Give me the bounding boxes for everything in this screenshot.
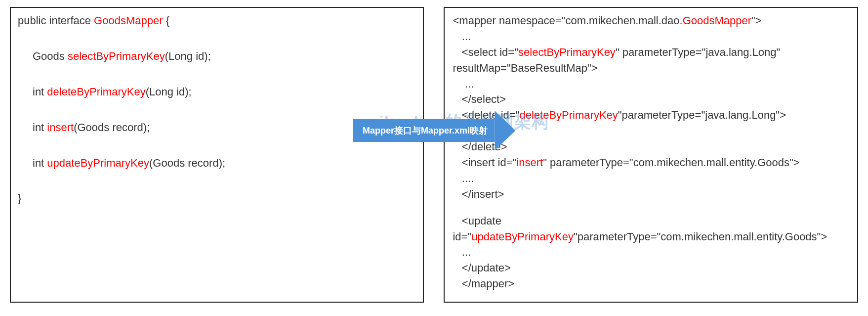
code-line: int deleteByPrimaryKey(Long id); — [18, 84, 415, 100]
code-line: <update — [453, 213, 849, 229]
xml-mapper-box: <mapper namespace="com.mikechen.mall.dao… — [444, 7, 858, 303]
text: (Long id); — [165, 50, 211, 62]
text: "> — [751, 14, 762, 27]
code-line: <select id="selectByPrimaryKey" paramete… — [453, 45, 849, 60]
text: " parameterType="com.mikechen.mall.entit… — [543, 156, 799, 169]
method-name: selectByPrimaryKey — [68, 50, 165, 62]
code-line: ... — [453, 29, 849, 45]
code-line: ... — [453, 244, 849, 260]
java-interface-box: public interface GoodsMapper { Goods sel… — [10, 7, 424, 303]
code-line: .... — [453, 171, 849, 186]
code-line: int updateByPrimaryKey(Goods record); — [18, 155, 415, 171]
text: (Goods record); — [74, 121, 150, 134]
code-line: </insert> — [453, 186, 849, 202]
mapping-arrow: Mapper接口与Mapper.xml映射 — [353, 111, 515, 150]
method-name: selectByPrimaryKey — [518, 46, 616, 58]
text: int — [33, 121, 47, 134]
text: (Long id); — [146, 86, 192, 98]
text: "parameterType="java.lang.Long"> — [618, 109, 786, 121]
text: int — [33, 86, 47, 98]
text: "parameterType="com.mikechen.mall.entity… — [574, 230, 827, 243]
method-name: deleteByPrimaryKey — [520, 109, 618, 121]
method-name: insert — [47, 121, 74, 134]
code-line: </mapper> — [453, 276, 849, 292]
code-line: <mapper namespace="com.mikechen.mall.dao… — [453, 13, 849, 29]
code-line: public interface GoodsMapper { — [18, 13, 415, 29]
arrow-label: Mapper接口与Mapper.xml映射 — [353, 119, 495, 142]
code-line: id="updateByPrimaryKey"parameterType="co… — [453, 229, 849, 245]
class-name: GoodsMapper — [94, 14, 163, 27]
text: " parameterType="java.lang.Long" — [616, 46, 780, 58]
text: int — [33, 157, 47, 169]
method-name: deleteByPrimaryKey — [47, 86, 145, 98]
code-line: } — [18, 190, 415, 206]
text: { — [163, 14, 169, 27]
method-name: updateByPrimaryKey — [471, 230, 574, 243]
method-name: updateByPrimaryKey — [47, 157, 149, 169]
code-line: resultMap="BaseResultMap"> — [453, 60, 849, 76]
diagram-row: public interface GoodsMapper { Goods sel… — [10, 7, 858, 303]
code-line: Goods selectByPrimaryKey(Long id); — [18, 48, 415, 64]
text: Goods — [33, 50, 68, 62]
code-line: </select> — [453, 91, 849, 107]
code-line: <insert id="insert" parameterType="com.m… — [453, 155, 849, 171]
arrow-head-icon — [495, 111, 515, 150]
code-line: ... — [453, 76, 849, 92]
text: <select id=" — [453, 46, 518, 58]
text: <insert id=" — [453, 156, 516, 169]
class-name: GoodsMapper — [683, 14, 751, 27]
text: <mapper namespace="com.mikechen.mall.dao… — [453, 14, 682, 27]
code-line: </update> — [453, 260, 849, 276]
method-name: insert — [516, 156, 543, 169]
text: public interface — [18, 14, 94, 27]
text: (Goods record); — [149, 157, 225, 169]
text: id=" — [453, 230, 471, 243]
